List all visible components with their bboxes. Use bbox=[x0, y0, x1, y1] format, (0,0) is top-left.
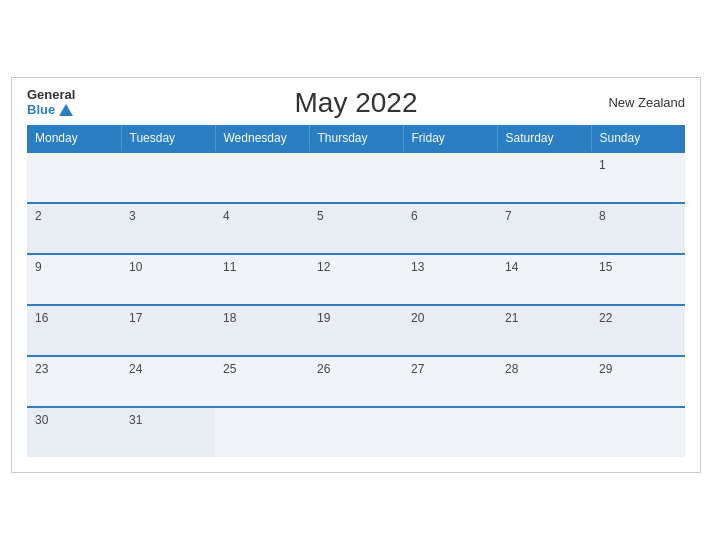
day-number: 31 bbox=[129, 413, 142, 427]
day-number: 27 bbox=[411, 362, 424, 376]
weekday-header-row: MondayTuesdayWednesdayThursdayFridaySatu… bbox=[27, 125, 685, 152]
day-number: 22 bbox=[599, 311, 612, 325]
day-number: 11 bbox=[223, 260, 236, 274]
day-number: 21 bbox=[505, 311, 518, 325]
calendar-table: MondayTuesdayWednesdayThursdayFridaySatu… bbox=[27, 125, 685, 457]
calendar-day-cell: 31 bbox=[121, 407, 215, 457]
calendar-week-row: 9101112131415 bbox=[27, 254, 685, 305]
day-number: 15 bbox=[599, 260, 612, 274]
calendar-day-cell: 8 bbox=[591, 203, 685, 254]
calendar-day-cell: 15 bbox=[591, 254, 685, 305]
day-number: 26 bbox=[317, 362, 330, 376]
day-number: 4 bbox=[223, 209, 230, 223]
calendar-week-row: 16171819202122 bbox=[27, 305, 685, 356]
calendar-day-cell bbox=[497, 152, 591, 203]
calendar-day-cell: 24 bbox=[121, 356, 215, 407]
calendar-container: General Blue May 2022 New Zealand Monday… bbox=[11, 77, 701, 473]
calendar-day-cell: 5 bbox=[309, 203, 403, 254]
calendar-day-cell: 7 bbox=[497, 203, 591, 254]
day-number: 30 bbox=[35, 413, 48, 427]
calendar-day-cell: 11 bbox=[215, 254, 309, 305]
calendar-day-cell: 30 bbox=[27, 407, 121, 457]
calendar-day-cell: 4 bbox=[215, 203, 309, 254]
calendar-day-cell: 22 bbox=[591, 305, 685, 356]
day-number: 9 bbox=[35, 260, 42, 274]
calendar-day-cell bbox=[591, 407, 685, 457]
day-number: 7 bbox=[505, 209, 512, 223]
day-number: 24 bbox=[129, 362, 142, 376]
calendar-day-cell: 12 bbox=[309, 254, 403, 305]
day-number: 12 bbox=[317, 260, 330, 274]
calendar-day-cell: 21 bbox=[497, 305, 591, 356]
calendar-day-cell: 3 bbox=[121, 203, 215, 254]
calendar-day-cell: 18 bbox=[215, 305, 309, 356]
day-number: 3 bbox=[129, 209, 136, 223]
weekday-header: Tuesday bbox=[121, 125, 215, 152]
weekday-header: Saturday bbox=[497, 125, 591, 152]
calendar-header: General Blue May 2022 New Zealand bbox=[27, 88, 685, 117]
day-number: 17 bbox=[129, 311, 142, 325]
calendar-day-cell: 9 bbox=[27, 254, 121, 305]
calendar-day-cell: 13 bbox=[403, 254, 497, 305]
calendar-day-cell: 23 bbox=[27, 356, 121, 407]
calendar-week-row: 3031 bbox=[27, 407, 685, 457]
calendar-day-cell bbox=[309, 407, 403, 457]
day-number: 28 bbox=[505, 362, 518, 376]
calendar-day-cell: 19 bbox=[309, 305, 403, 356]
day-number: 16 bbox=[35, 311, 48, 325]
day-number: 29 bbox=[599, 362, 612, 376]
weekday-header: Thursday bbox=[309, 125, 403, 152]
calendar-day-cell: 2 bbox=[27, 203, 121, 254]
calendar-day-cell: 16 bbox=[27, 305, 121, 356]
calendar-day-cell: 26 bbox=[309, 356, 403, 407]
logo-general-text: General bbox=[27, 88, 75, 102]
calendar-day-cell: 6 bbox=[403, 203, 497, 254]
day-number: 25 bbox=[223, 362, 236, 376]
weekday-header: Monday bbox=[27, 125, 121, 152]
weekday-header: Wednesday bbox=[215, 125, 309, 152]
calendar-day-cell bbox=[497, 407, 591, 457]
calendar-day-cell: 27 bbox=[403, 356, 497, 407]
day-number: 5 bbox=[317, 209, 324, 223]
weekday-header: Sunday bbox=[591, 125, 685, 152]
calendar-day-cell: 14 bbox=[497, 254, 591, 305]
calendar-day-cell bbox=[403, 152, 497, 203]
day-number: 2 bbox=[35, 209, 42, 223]
calendar-day-cell bbox=[215, 407, 309, 457]
month-title: May 2022 bbox=[295, 87, 418, 119]
calendar-week-row: 23242526272829 bbox=[27, 356, 685, 407]
day-number: 1 bbox=[599, 158, 606, 172]
calendar-day-cell: 1 bbox=[591, 152, 685, 203]
logo-triangle-icon bbox=[59, 104, 73, 116]
calendar-day-cell: 20 bbox=[403, 305, 497, 356]
day-number: 23 bbox=[35, 362, 48, 376]
calendar-day-cell bbox=[27, 152, 121, 203]
calendar-day-cell: 17 bbox=[121, 305, 215, 356]
day-number: 13 bbox=[411, 260, 424, 274]
day-number: 19 bbox=[317, 311, 330, 325]
day-number: 20 bbox=[411, 311, 424, 325]
day-number: 6 bbox=[411, 209, 418, 223]
calendar-day-cell bbox=[121, 152, 215, 203]
logo-blue-text: Blue bbox=[27, 103, 75, 117]
day-number: 14 bbox=[505, 260, 518, 274]
calendar-day-cell: 29 bbox=[591, 356, 685, 407]
country-label: New Zealand bbox=[608, 95, 685, 110]
calendar-day-cell bbox=[403, 407, 497, 457]
calendar-day-cell: 28 bbox=[497, 356, 591, 407]
calendar-week-row: 1 bbox=[27, 152, 685, 203]
calendar-day-cell bbox=[309, 152, 403, 203]
calendar-day-cell: 10 bbox=[121, 254, 215, 305]
day-number: 8 bbox=[599, 209, 606, 223]
calendar-week-row: 2345678 bbox=[27, 203, 685, 254]
weekday-header: Friday bbox=[403, 125, 497, 152]
calendar-day-cell bbox=[215, 152, 309, 203]
day-number: 10 bbox=[129, 260, 142, 274]
logo: General Blue bbox=[27, 88, 75, 117]
calendar-day-cell: 25 bbox=[215, 356, 309, 407]
day-number: 18 bbox=[223, 311, 236, 325]
